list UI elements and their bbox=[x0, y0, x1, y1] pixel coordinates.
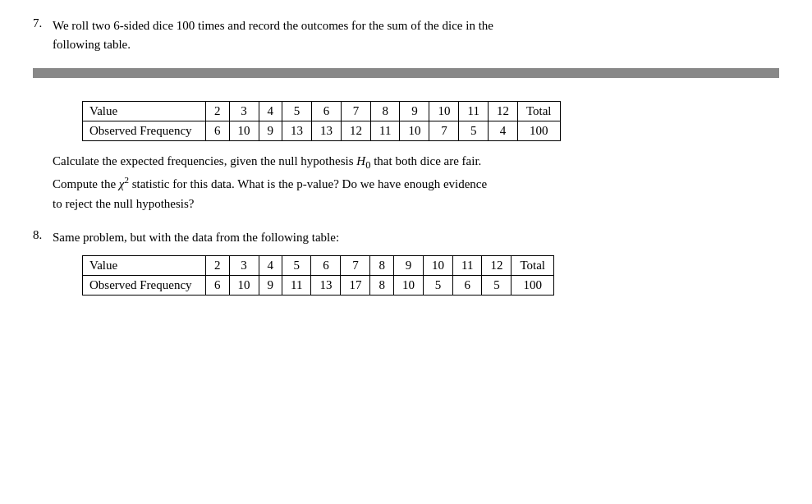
table1: Value 2 3 4 5 6 7 8 9 10 11 12 Total Obs… bbox=[82, 101, 561, 141]
table2-header-9: 9 bbox=[393, 255, 423, 275]
problem-7-number: 7. bbox=[33, 16, 48, 53]
table2-header-4: 4 bbox=[259, 255, 282, 275]
table2-data-row: Observed Frequency 6 10 9 11 13 17 8 10 … bbox=[83, 275, 554, 295]
problem-8-text: Same problem, but with the data from the… bbox=[53, 228, 339, 247]
table2-val-2: 6 bbox=[206, 275, 230, 295]
table2-header-8: 8 bbox=[370, 255, 394, 275]
table1-val-6: 13 bbox=[312, 121, 342, 141]
table1-header-8: 8 bbox=[371, 102, 400, 121]
table1-header-10: 10 bbox=[429, 102, 459, 121]
table1-header-12: 12 bbox=[488, 102, 517, 121]
problem-7-line2: following table. bbox=[53, 38, 131, 51]
table1-val-9: 10 bbox=[400, 121, 429, 141]
table2-row-label: Observed Frequency bbox=[83, 275, 206, 295]
table2-header-7: 7 bbox=[341, 255, 370, 275]
table2-val-8: 8 bbox=[370, 275, 394, 295]
chi-squared-sup: 2 bbox=[124, 175, 129, 185]
table1-data-row: Observed Frequency 6 10 9 13 13 12 11 10… bbox=[83, 121, 561, 141]
table1-header-4: 4 bbox=[259, 102, 282, 121]
table1-header-7: 7 bbox=[342, 102, 371, 121]
table2-header-6: 6 bbox=[311, 255, 341, 275]
table1-row-label: Observed Frequency bbox=[83, 121, 206, 141]
table2-val-total: 100 bbox=[512, 275, 554, 295]
table1-val-3: 10 bbox=[229, 121, 259, 141]
table1-container: Value 2 3 4 5 6 7 8 9 10 11 12 Total Obs… bbox=[82, 101, 779, 141]
problem-8: 8. Same problem, but with the data from … bbox=[33, 228, 779, 247]
table2-header-3: 3 bbox=[229, 255, 259, 275]
table1-header-3: 3 bbox=[229, 102, 259, 121]
table1-header-6: 6 bbox=[312, 102, 342, 121]
table2-val-3: 10 bbox=[229, 275, 259, 295]
problem-8-number: 8. bbox=[33, 228, 48, 247]
table2-val-4: 9 bbox=[259, 275, 282, 295]
table2-val-6: 13 bbox=[311, 275, 341, 295]
table2-header-10: 10 bbox=[423, 255, 452, 275]
table2-container: Value 2 3 4 5 6 7 8 9 10 11 12 Total Obs… bbox=[82, 255, 779, 296]
table2-header-label: Value bbox=[83, 255, 206, 275]
divider-bar bbox=[33, 68, 779, 78]
table2-header-total: Total bbox=[512, 255, 554, 275]
table1-val-12: 4 bbox=[488, 121, 517, 141]
table1-val-8: 11 bbox=[371, 121, 400, 141]
h0-italic: H bbox=[356, 154, 365, 167]
table2-header-row: Value 2 3 4 5 6 7 8 9 10 11 12 Total bbox=[83, 255, 554, 275]
body-line1: Calculate the expected frequencies, give… bbox=[53, 151, 779, 173]
table2-header-11: 11 bbox=[452, 255, 481, 275]
table1-header-11: 11 bbox=[459, 102, 488, 121]
table1-val-total: 100 bbox=[517, 121, 560, 141]
table2-val-9: 10 bbox=[393, 275, 423, 295]
table2-val-10: 5 bbox=[423, 275, 452, 295]
h0-subscript: 0 bbox=[365, 159, 370, 171]
table1-header-label: Value bbox=[83, 102, 206, 121]
table1-val-11: 5 bbox=[459, 121, 488, 141]
table2-val-7: 17 bbox=[341, 275, 370, 295]
table1-header-2: 2 bbox=[206, 102, 230, 121]
table1-header-total: Total bbox=[517, 102, 560, 121]
table1-val-2: 6 bbox=[206, 121, 230, 141]
table2-val-11: 6 bbox=[452, 275, 481, 295]
body-line2: Compute the χ2 statistic for this data. … bbox=[53, 173, 779, 194]
problem-7: 7. We roll two 6-sided dice 100 times an… bbox=[33, 16, 779, 53]
table2-header-5: 5 bbox=[282, 255, 311, 275]
table2-val-5: 11 bbox=[282, 275, 311, 295]
table1-val-10: 7 bbox=[429, 121, 459, 141]
table2: Value 2 3 4 5 6 7 8 9 10 11 12 Total Obs… bbox=[82, 255, 554, 296]
table1-val-4: 9 bbox=[259, 121, 282, 141]
body-line3: to reject the null hypothesis? bbox=[53, 194, 779, 213]
table1-header-5: 5 bbox=[282, 102, 312, 121]
problem-7-line1: We roll two 6-sided dice 100 times and r… bbox=[53, 19, 493, 32]
table2-val-12: 5 bbox=[482, 275, 512, 295]
table1-header-row: Value 2 3 4 5 6 7 8 9 10 11 12 Total bbox=[83, 102, 561, 121]
table1-header-9: 9 bbox=[400, 102, 429, 121]
table2-header-12: 12 bbox=[482, 255, 512, 275]
problem-7-body: Calculate the expected frequencies, give… bbox=[53, 151, 779, 213]
table1-val-5: 13 bbox=[282, 121, 312, 141]
problem-7-text: We roll two 6-sided dice 100 times and r… bbox=[53, 16, 493, 53]
table1-val-7: 12 bbox=[342, 121, 371, 141]
table2-header-2: 2 bbox=[206, 255, 230, 275]
